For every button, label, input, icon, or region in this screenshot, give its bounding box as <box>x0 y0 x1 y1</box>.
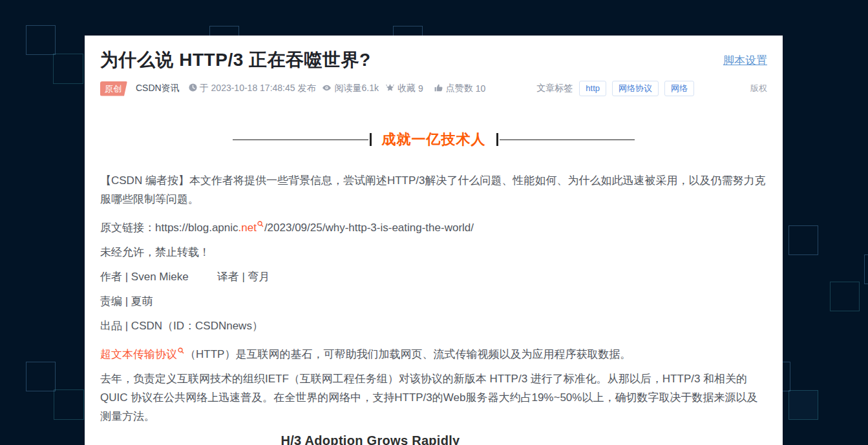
article-card: 为什么说 HTTP/3 正在吞噬世界? 脚本设置 原创 CSDN资讯 于 202… <box>85 36 783 445</box>
title-row: 为什么说 HTTP/3 正在吞噬世界? 脚本设置 <box>100 48 767 72</box>
source-link-paragraph: 原文链接：https://blog.apnic.net/2023/09/25/w… <box>100 214 767 237</box>
background-decoration <box>864 254 868 284</box>
publish-date: 于 2023-10-18 17:48:45 发布 <box>200 83 316 94</box>
slogan-text: 成就一亿技术人 <box>382 130 486 149</box>
background-decoration <box>26 362 56 391</box>
background-decoration <box>830 282 860 311</box>
tag-network-protocol[interactable]: 网络协议 <box>612 81 659 96</box>
divider-line <box>500 140 635 140</box>
search-icon[interactable] <box>178 341 184 360</box>
publisher-line-paragraph: 出品 | CSDN（ID：CSDNnews） <box>100 316 767 335</box>
like-count: 10 <box>476 83 486 94</box>
search-icon[interactable] <box>257 214 264 233</box>
byline-paragraph: 作者 | Sven Mieke译者 | 弯月 <box>100 267 767 286</box>
source-link-suffix: /2023/09/25/why-http-3-is-eating-the-wor… <box>264 222 474 234</box>
byline-translator: 译者 | 弯月 <box>217 271 270 283</box>
divider-line <box>233 140 368 140</box>
copyright-link[interactable]: 版权 <box>750 83 767 94</box>
no-reprint-paragraph: 未经允许，禁止转载！ <box>100 243 767 262</box>
http-keyword-link[interactable]: 超文本传输协议 <box>100 348 177 360</box>
meta-right-group: 文章标签 http 网络协议 网络 版权 <box>536 81 767 96</box>
editor-note-text: 【CSDN 编者按】本文作者将提供一些背景信息，尝试阐述HTTP/3解决了什么问… <box>100 174 765 205</box>
background-decoration <box>54 389 84 420</box>
source-link-highlight[interactable]: .net <box>238 222 257 234</box>
source-link-prefix: 原文链接：https://blog.apnic <box>100 222 238 234</box>
background-decoration <box>789 225 818 255</box>
article-body: 【CSDN 编者按】本文作者将提供一些背景信息，尝试阐述HTTP/3解决了什么问… <box>100 171 767 445</box>
chart-image-region: H/3 Adoption Grows Rapidly <box>100 431 640 445</box>
page-title: 为什么说 HTTP/3 正在吞噬世界? <box>100 48 371 72</box>
star-collect-icon <box>385 83 395 94</box>
divider-bar <box>370 133 372 146</box>
author-link[interactable]: CSDN资讯 <box>136 83 180 94</box>
favorite-label[interactable]: 收藏 <box>397 83 416 94</box>
tags-label: 文章标签 <box>536 83 573 94</box>
thumb-up-icon <box>434 83 443 94</box>
http-intro-text: （HTTP）是互联网的基石，可帮助我们加载网页、流式传输视频以及为应用程序获取数… <box>185 348 631 360</box>
http-intro-paragraph: 超文本传输协议（HTTP）是互联网的基石，可帮助我们加载网页、流式传输视频以及为… <box>100 341 767 364</box>
favorite-count: 9 <box>418 83 423 94</box>
original-badge: 原创 <box>100 81 127 96</box>
like-label[interactable]: 点赞数 <box>446 83 473 94</box>
body-paragraph: 去年，负责定义互联网技术的组织IETF（互联网工程任务组）对该协议的新版本 HT… <box>100 369 767 426</box>
background-decoration <box>53 54 83 84</box>
tag-http[interactable]: http <box>579 81 606 96</box>
article-meta-bar: 原创 CSDN资讯 于 2023-10-18 17:48:45 发布 阅读量6.… <box>100 81 767 96</box>
clock-icon <box>189 83 197 94</box>
chart-heading: H/3 Adoption Grows Rapidly <box>281 433 460 445</box>
slogan-divider: 成就一亿技术人 <box>233 130 635 149</box>
editor-note-paragraph: 【CSDN 编者按】本文作者将提供一些背景信息，尝试阐述HTTP/3解决了什么问… <box>100 171 767 209</box>
read-count: 阅读量6.1k <box>334 83 378 94</box>
editor-line-paragraph: 责编 | 夏萌 <box>100 292 767 311</box>
background-decoration <box>789 390 818 420</box>
tag-network[interactable]: 网络 <box>664 81 694 96</box>
divider-bar <box>496 133 498 146</box>
background-decoration <box>26 25 56 55</box>
script-settings-link[interactable]: 脚本设置 <box>723 53 767 68</box>
byline-author: 作者 | Sven Mieke <box>100 271 189 283</box>
eye-icon <box>322 83 332 94</box>
